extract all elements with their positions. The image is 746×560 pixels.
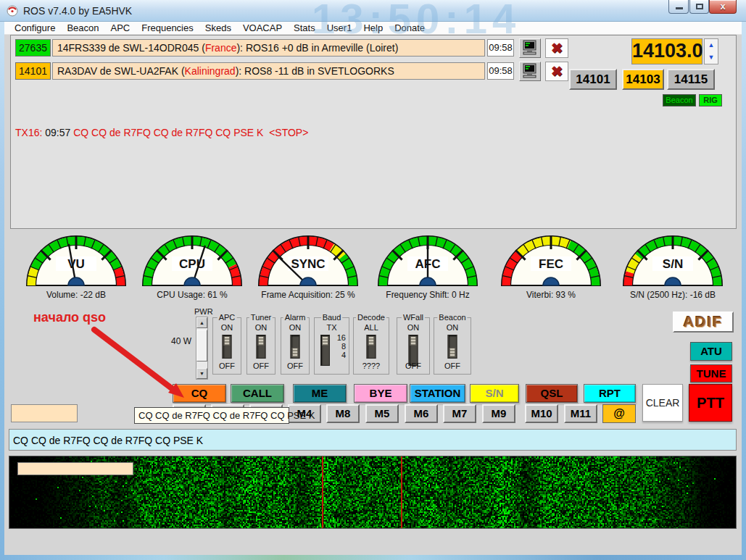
delete-button[interactable]: ✖ xyxy=(545,62,568,81)
menu-item-help[interactable]: Help xyxy=(357,22,389,33)
minimize-button[interactable] xyxy=(668,0,689,14)
delete-x-icon: ✖ xyxy=(551,64,563,79)
tune-button[interactable]: TUNE xyxy=(690,364,732,383)
waterfall-display[interactable] xyxy=(9,456,737,529)
waterfall-cursor[interactable] xyxy=(401,456,402,528)
menu-item-configure[interactable]: Configure xyxy=(9,22,61,33)
switch-legend: APC xyxy=(217,313,237,322)
at-button[interactable]: @ xyxy=(602,404,636,423)
beacon-indicator-button[interactable]: Beacon xyxy=(663,94,696,106)
rpt-button[interactable]: RPT xyxy=(584,384,636,403)
switch-on-label: ON xyxy=(213,323,241,332)
entry-input[interactable] xyxy=(11,404,78,422)
m6-button[interactable]: M6 xyxy=(405,404,438,423)
rig-indicator-button[interactable]: RIG xyxy=(699,94,722,106)
preset-14101-button[interactable]: 14101 xyxy=(569,69,617,90)
gauge-caption: Volume: -22 dB xyxy=(22,290,130,300)
gauge-caption: Viterbi: 93 % xyxy=(497,290,605,300)
clear-button[interactable]: CLEAR xyxy=(642,384,683,422)
switch-knob[interactable] xyxy=(449,348,456,357)
gauge-afc: AFCFrequency Shift: 0 Hz xyxy=(373,230,482,301)
rx-time: 09:58 xyxy=(487,62,514,80)
switch-knob[interactable] xyxy=(368,336,375,346)
m11-button[interactable]: M11 xyxy=(564,404,597,423)
switch-apc: APC ON OFF xyxy=(212,317,241,375)
switch-knob[interactable] xyxy=(292,348,299,357)
me-button[interactable]: ME xyxy=(293,384,347,403)
rx-message[interactable]: 14FRS339 de SWL-14ODR045 (France): ROS16… xyxy=(52,39,485,57)
switch-toggle[interactable] xyxy=(367,335,376,359)
m9-button[interactable]: M9 xyxy=(482,404,515,423)
menu-item-stats[interactable]: Stats xyxy=(288,22,321,33)
baud-option-4[interactable]: 4 xyxy=(337,351,346,359)
rx-country: Kaliningrad xyxy=(185,65,236,77)
pwr-slider-thumb[interactable] xyxy=(196,330,207,362)
baud-option-16[interactable]: 16 xyxy=(337,333,346,342)
switch-toggle[interactable] xyxy=(448,335,457,359)
waterfall-cursor[interactable] xyxy=(322,456,323,528)
tx-message-input[interactable] xyxy=(9,429,737,451)
terminal-button[interactable] xyxy=(519,62,541,81)
call-button[interactable]: CALL xyxy=(231,384,284,403)
ptt-button[interactable]: PTT xyxy=(689,384,732,422)
baud-option-8[interactable]: 8 xyxy=(337,342,346,351)
menu-item-apc[interactable]: APC xyxy=(104,22,136,33)
terminal-button[interactable] xyxy=(519,38,541,58)
switch-knob[interactable] xyxy=(322,336,328,346)
switch-on-label: ON xyxy=(247,323,275,332)
switch-toggle[interactable] xyxy=(291,335,300,359)
sn-button[interactable]: S/N xyxy=(470,384,519,403)
rx-message[interactable]: RA3DAV de SWL-UA2FAK (Kaliningrad): ROS8… xyxy=(52,62,485,80)
switch-knob[interactable] xyxy=(410,336,417,346)
switch-toggle[interactable] xyxy=(320,335,330,366)
menu-item-donate[interactable]: Donate xyxy=(389,22,431,33)
atu-button[interactable]: ATU xyxy=(690,342,732,361)
rx-frequency-badge[interactable]: 27635 xyxy=(15,39,51,57)
adif-button[interactable]: ADIF xyxy=(673,312,734,333)
spinner-down-icon[interactable]: ▼ xyxy=(705,51,718,64)
menu-item-beacon[interactable]: Beacon xyxy=(61,22,104,33)
close-button[interactable]: x xyxy=(709,0,737,14)
pwr-slider[interactable]: ▲ ▼ xyxy=(196,317,208,380)
menu-item-user1[interactable]: User1 xyxy=(321,22,358,33)
switch-knob[interactable] xyxy=(258,336,265,346)
m8-button[interactable]: M8 xyxy=(326,404,360,423)
frequency-display[interactable]: 14103.0 xyxy=(631,38,703,64)
pwr-value: 40 W xyxy=(171,336,191,346)
switch-question-label: ???? xyxy=(354,362,389,370)
switch-wfall: WFall ON OFF xyxy=(397,317,430,375)
preset-14103-button[interactable]: 14103 xyxy=(622,69,664,90)
switch-legend: Decode xyxy=(356,313,386,322)
rx-row-1: 27635 14FRS339 de SWL-14ODR045 (France):… xyxy=(11,39,736,58)
bye-button[interactable]: BYE xyxy=(354,384,407,403)
tx-log-message: CQ CQ de R7FQ CQ de R7FQ CQ PSE K <STOP> xyxy=(73,127,308,138)
pwr-down-icon[interactable]: ▼ xyxy=(196,368,207,379)
switch-legend: Alarm xyxy=(283,313,307,322)
maximize-button[interactable] xyxy=(689,0,709,14)
title-bar[interactable]: ROS v7.4.0 by EA5HVK x xyxy=(0,0,746,22)
switch-toggle[interactable] xyxy=(223,335,232,359)
gauge-sn: S/NS/N (2500 Hz): -16 dB xyxy=(618,230,727,301)
switch-knob[interactable] xyxy=(224,336,231,346)
svg-text:VU: VU xyxy=(67,257,85,271)
minimize-icon xyxy=(676,7,683,9)
m7-button[interactable]: M7 xyxy=(443,404,476,423)
menu-item-voacap[interactable]: VOACAP xyxy=(237,22,288,33)
station-button[interactable]: STATION xyxy=(410,384,465,403)
rx-message-text: ): ROS8 -11 dB in SVETLOGORKS xyxy=(236,65,394,77)
gauge-cpu: CPUCPU Usage: 61 % xyxy=(138,230,246,301)
preset-14115-button[interactable]: 14115 xyxy=(667,69,715,90)
menu-item-frequencies[interactable]: Frequencies xyxy=(136,22,199,33)
m5-button[interactable]: M5 xyxy=(365,404,399,423)
pwr-up-icon[interactable]: ▲ xyxy=(196,317,207,328)
cq-button[interactable]: CQ xyxy=(173,384,226,403)
spinner-up-icon[interactable]: ▲ xyxy=(705,39,718,51)
menu-item-skeds[interactable]: Skeds xyxy=(199,22,237,33)
m10-button[interactable]: M10 xyxy=(525,404,558,423)
pwr-label: PWR xyxy=(194,307,213,316)
rx-frequency-badge[interactable]: 14101 xyxy=(15,62,51,80)
switch-toggle[interactable] xyxy=(257,335,266,359)
delete-button[interactable]: ✖ xyxy=(545,38,568,58)
qsl-button[interactable]: QSL xyxy=(526,384,578,403)
waterfall-entry-input[interactable] xyxy=(17,462,133,475)
